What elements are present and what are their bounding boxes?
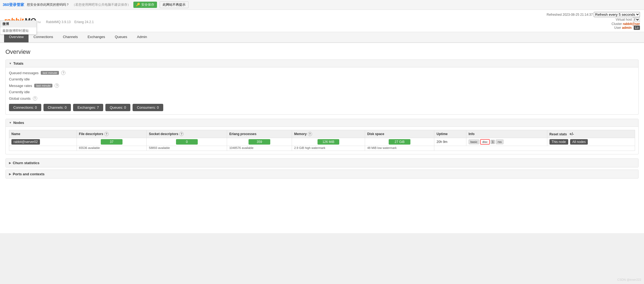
socket-desc-value: 0 (176, 139, 198, 145)
user-row: User admin Lo (547, 26, 640, 30)
node-sub-row: 65536 available 58893 available 1048576 … (9, 146, 635, 151)
info-tag-basic[interactable]: basic (469, 139, 479, 144)
global-counts-help-icon[interactable]: ? (33, 96, 37, 101)
reset-stats-cell: This node All nodes (547, 138, 635, 146)
nodes-section-header[interactable]: ▼ Nodes (6, 119, 638, 127)
disk-space-sub: 48 MiB low watermark (365, 146, 434, 151)
nav-exchanges[interactable]: Exchanges (83, 32, 110, 42)
churn-arrow-icon: ▶ (9, 161, 11, 164)
virtual-host-select[interactable]: / (633, 17, 640, 22)
ports-contexts-header[interactable]: ▶ Ports and contexts (6, 170, 638, 178)
col-reset-stats: Reset stats +/- (547, 130, 635, 138)
logout-link[interactable]: Lo (634, 26, 640, 30)
cluster-value: rabbit@ser (623, 22, 640, 26)
socket-desc-cell: 0 (147, 138, 227, 146)
nav-queues[interactable]: Queues (110, 32, 132, 42)
version-label: RabbitMQ 3.9.13 (46, 20, 71, 24)
churn-statistics-label: Churn statistics (13, 161, 39, 165)
message-rates-badge[interactable]: last minute (34, 84, 52, 88)
col-uptime: Uptime (434, 130, 466, 138)
erlang-proc-sub: 1048576 available (227, 146, 292, 151)
connections-count[interactable]: Connections: 0 (9, 104, 41, 111)
this-node-button[interactable]: This node (549, 139, 568, 145)
dismiss-save-button[interactable]: 此网站不再提示 (160, 1, 189, 8)
bar-360: 360登录管家 想安全保存此网页的密码吗？ （若您使用网吧等公共电脑不建议保存）… (0, 0, 644, 10)
churn-statistics-section: ▶ Churn statistics (5, 158, 639, 167)
ports-contexts-label: Ports and contexts (13, 172, 45, 176)
file-desc-help-icon[interactable]: ? (104, 132, 109, 136)
totals-label: Totals (13, 61, 23, 65)
save-password-button[interactable]: 🔑 安全保存 (133, 2, 157, 8)
page-title: Overview (5, 48, 639, 55)
totals-arrow-icon: ▼ (9, 62, 12, 65)
info-tag-num: 1 (491, 140, 495, 144)
queued-messages-row: Queued messages last minute ? (9, 71, 635, 75)
message-rates-label: Message rates (9, 84, 32, 88)
socket-desc-help-icon[interactable]: ? (179, 132, 184, 136)
queued-badge[interactable]: last minute (41, 71, 59, 75)
memory-value: 126 MiB (318, 139, 339, 145)
churn-statistics-header[interactable]: ▶ Churn statistics (6, 159, 638, 167)
counts-row: Connections: 0 Channels: 0 Exchanges: 7 … (9, 104, 635, 111)
col-memory: Memory ? (292, 130, 365, 138)
consumers-count[interactable]: Consumers: 0 (133, 104, 163, 111)
disk-space-value: 27 GiB (389, 139, 410, 145)
nodes-table: Name File descriptors ? Socket descripto… (9, 130, 635, 151)
memory-sub: 2.9 GiB high watermark (292, 146, 365, 151)
global-counts-row: Global counts ? (9, 96, 635, 101)
nodes-arrow-icon: ▼ (9, 121, 12, 124)
info-tag-rss[interactable]: rss (496, 139, 504, 144)
nodes-section: ▼ Nodes Name File descriptors ? Socket d… (5, 119, 639, 154)
socket-desc-sub: 58893 available (147, 146, 227, 151)
memory-help-icon[interactable]: ? (308, 132, 312, 136)
weibo-panel: 微博 最新微博即时通知 (0, 20, 37, 35)
currently-idle-2: Currently idle (9, 90, 635, 94)
weibo-title: 微博 (0, 21, 36, 27)
col-name: Name (9, 130, 77, 138)
uptime-cell: 20h 9m (434, 138, 466, 146)
message-rates-help-icon[interactable]: ? (55, 83, 59, 88)
erlang-proc-value: 359 (249, 139, 270, 145)
global-counts-label: Global counts (9, 96, 31, 101)
info-tag-disc[interactable]: disc (480, 139, 490, 145)
main-content: Overview ▼ Totals Queued messages last m… (0, 43, 644, 233)
node-name-badge[interactable]: rabbit@server02 (11, 139, 40, 145)
weibo-subtitle: 最新微博即时通知 (0, 27, 36, 34)
cluster-row: Cluster rabbit@ser (547, 22, 640, 26)
file-desc-cell: 37 (77, 138, 147, 146)
all-nodes-button[interactable]: All nodes (570, 139, 588, 145)
info-cell: basic disc 1 rss (466, 138, 547, 146)
logo-tm: TM (37, 21, 41, 24)
col-file-desc: File descriptors ? (77, 130, 147, 138)
nodes-label: Nodes (13, 121, 24, 125)
virtual-host-row: Virtual host / (547, 17, 640, 22)
nav-admin[interactable]: Admin (132, 32, 152, 42)
brand-360: 360登录管家 (3, 2, 24, 7)
message-rates-row: Message rates last minute ? (9, 83, 635, 88)
file-desc-value: 37 (101, 139, 122, 145)
rmq-header: rabbit MQ TM RabbitMQ 3.9.13 Erlang 24.2… (0, 10, 644, 32)
node-name-sub (9, 146, 77, 151)
nav-channels[interactable]: Channels (58, 32, 83, 42)
refresh-timestamp: Refreshed 2023-08-25 21:14:37 Refresh ev… (547, 12, 640, 17)
plus-minus-icon[interactable]: +/- (568, 131, 576, 137)
queued-help-icon[interactable]: ? (61, 71, 65, 75)
totals-section-header[interactable]: ▼ Totals (6, 60, 638, 67)
file-desc-sub: 65536 available (77, 146, 147, 151)
totals-section: ▼ Totals Queued messages last minute ? C… (5, 60, 639, 115)
erlang-proc-cell: 359 (227, 138, 292, 146)
node-row: rabbit@server02 37 0 359 126 MiB (9, 138, 635, 146)
exchanges-count[interactable]: Exchanges: 7 (73, 104, 103, 111)
nodes-body: Name File descriptors ? Socket descripto… (6, 127, 638, 154)
ports-contexts-section: ▶ Ports and contexts (5, 170, 639, 179)
queued-messages-label: Queued messages (9, 71, 39, 75)
queues-count[interactable]: Queues: 0 (105, 104, 130, 111)
bar360-prompt: 想安全保存此网页的密码吗？ (27, 2, 69, 7)
info-tags: basic disc 1 rss (469, 139, 545, 145)
memory-cell: 126 MiB (292, 138, 365, 146)
refresh-interval-select[interactable]: Refresh every 5 seconds (594, 12, 640, 17)
col-socket-desc: Socket descriptors ? (147, 130, 227, 138)
currently-idle-1: Currently idle (9, 77, 635, 81)
node-name-cell: rabbit@server02 (9, 138, 77, 146)
channels-count[interactable]: Channels: 0 (43, 104, 71, 111)
